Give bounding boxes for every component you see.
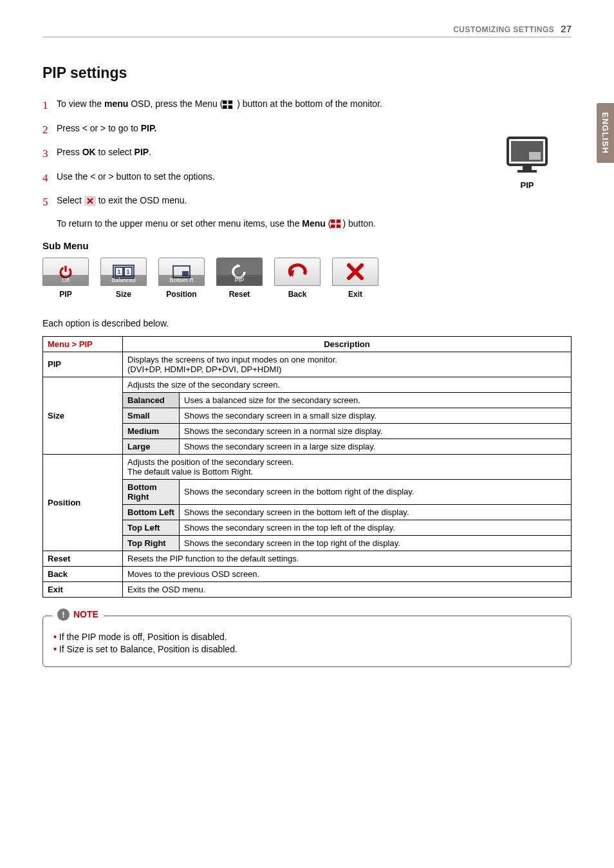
sub-menu-item-position: Bottom R Position [158, 258, 205, 299]
table-row: Size Adjusts the size of the secondary s… [43, 377, 572, 392]
sub-menu-item-reset: PIP Reset [216, 258, 263, 299]
table-row: ResetResets the PIP function to the defa… [43, 551, 572, 566]
step-number: 5 [42, 194, 57, 211]
note-item: If Size is set to Balance, Position is d… [53, 644, 561, 654]
reset-icon: PIP [216, 258, 263, 286]
table-row: BalancedUses a balanced size for the sec… [43, 392, 572, 408]
svg-text:1: 1 [126, 269, 129, 275]
page-title: PIP settings [42, 64, 572, 82]
table-row: ExitExits the OSD menu. [43, 581, 572, 597]
table-desc-header: Description [123, 336, 572, 352]
step-text: Press OK to select PIP. [57, 146, 572, 159]
sub-menu-row: Off PIP 11 Balanced Size Bottom R Positi… [42, 258, 572, 299]
table-menu-header: Menu > PIP [43, 336, 123, 352]
table-row: Bottom RightShows the secondary screen i… [43, 479, 572, 504]
sub-menu-item-back: Back [274, 258, 321, 299]
table-row: MediumShows the secondary screen in a no… [43, 423, 572, 439]
back-icon [274, 258, 321, 286]
page-number: 27 [561, 23, 572, 34]
options-table: Menu > PIP Description PIP Displays the … [42, 336, 572, 598]
position-icon: Bottom R [158, 258, 205, 286]
table-intro: Each option is described below. [42, 318, 572, 328]
table-row: Position Adjusts the position of the sec… [43, 454, 572, 479]
pip-illustration: PIP [506, 134, 548, 190]
table-row: BackMoves to the previous OSD screen. [43, 566, 572, 581]
power-off-icon: Off [42, 258, 89, 286]
table-row: PIP Displays the screens of two input mo… [43, 352, 572, 377]
step-text: Select to exit the OSD menu. [57, 194, 572, 207]
table-row: SmallShows the secondary screen in a sma… [43, 408, 572, 423]
svg-rect-3 [523, 166, 532, 170]
step-text: Press < or > to go to PIP. [57, 122, 572, 135]
svg-rect-10 [337, 220, 340, 223]
page-header: CUSTOMIZING SETTINGS 27 [42, 23, 572, 37]
step-number: 4 [42, 170, 57, 187]
svg-rect-6 [228, 100, 232, 104]
balanced-icon: 11 Balanced [100, 258, 147, 286]
exit-icon [332, 258, 378, 286]
svg-rect-2 [529, 152, 541, 160]
step-sub-text: To return to the upper menu or set other… [57, 218, 572, 229]
note-box: ! NOTE If the PIP mode is off, Position … [42, 616, 572, 667]
info-icon: ! [57, 609, 70, 621]
menu-icon [223, 100, 234, 109]
table-row: Top LeftShows the secondary screen in th… [43, 520, 572, 535]
pip-illustration-label: PIP [506, 180, 548, 190]
close-icon [84, 196, 96, 206]
svg-rect-5 [223, 100, 227, 104]
sub-menu-heading: Sub Menu [42, 240, 572, 251]
step-text: Use the < or > button to set the options… [57, 170, 572, 184]
step-text: To view the menu OSD, press the Menu ( )… [57, 97, 572, 111]
monitor-pip-icon [506, 134, 548, 176]
step-number: 2 [42, 122, 57, 138]
svg-rect-11 [331, 225, 335, 228]
menu-icon [331, 220, 342, 228]
step-number: 3 [42, 146, 57, 162]
note-label: ! NOTE [52, 609, 104, 621]
svg-rect-4 [517, 170, 537, 173]
table-row: Bottom LeftShows the secondary screen in… [43, 504, 572, 520]
sub-menu-item-size: 11 Balanced Size [100, 258, 147, 299]
svg-rect-8 [228, 105, 232, 108]
svg-text:1: 1 [117, 269, 120, 275]
step-number: 1 [42, 97, 57, 114]
svg-rect-12 [337, 225, 340, 228]
note-item: If the PIP mode is off, Position is disa… [53, 632, 561, 642]
header-section: CUSTOMIZING SETTINGS [453, 25, 554, 34]
instruction-steps: 1 To view the menu OSD, press the Menu (… [42, 97, 572, 211]
svg-rect-9 [331, 220, 335, 223]
svg-rect-7 [223, 105, 227, 108]
table-row: LargeShows the secondary screen in a lar… [43, 439, 572, 454]
sub-menu-item-pip: Off PIP [42, 258, 89, 299]
language-tab: ENGLISH [597, 103, 614, 163]
sub-menu-item-exit: Exit [332, 258, 378, 299]
table-row: Top RightShows the secondary screen in t… [43, 535, 572, 551]
